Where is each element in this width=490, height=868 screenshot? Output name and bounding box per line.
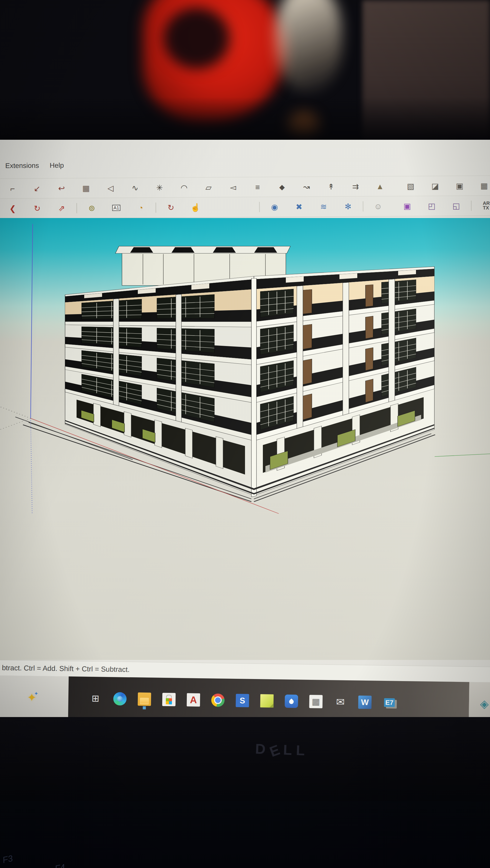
laptop-bezel: DELL bbox=[0, 717, 490, 801]
dimension-a1-icon[interactable]: A1 bbox=[110, 201, 123, 214]
blue-layers-tool-icon[interactable]: ≋ bbox=[317, 200, 330, 213]
hatch-wedge-icon[interactable]: ◪ bbox=[429, 179, 442, 192]
redo-circular-icon[interactable]: ↻ bbox=[30, 202, 44, 215]
blue-x-gear-tool-icon[interactable]: ✻ bbox=[341, 200, 354, 213]
avatar-account-icon[interactable]: ☺ bbox=[371, 200, 384, 213]
zoom-icon[interactable] bbox=[213, 201, 226, 214]
branch-arrows-tool-icon[interactable]: ↝ bbox=[300, 180, 313, 193]
viewport-canvas bbox=[0, 218, 490, 660]
ruler-pen-icon[interactable]: ⌐ bbox=[6, 182, 19, 195]
toolbar-strip-2-right: ▣◰◱AR TX◬◫⇕◧⊖◩◪↖ bbox=[395, 197, 490, 213]
menu-extensions[interactable]: Extensions bbox=[5, 162, 39, 170]
spike-tool-icon[interactable]: ↟ bbox=[324, 180, 338, 193]
toolbar-divider bbox=[77, 203, 77, 213]
laptop-screen: Extensions Help ⌐↙↩▦◁∿✳◠▱◅≡⬥↝↟⇉▲ ▧◪▣▦▩▤⫴… bbox=[0, 140, 490, 717]
copilot-sparkle-icon[interactable]: ✦✦ bbox=[27, 691, 41, 705]
component-edit-pencil-icon[interactable]: ◰ bbox=[425, 199, 438, 213]
screen-bottom-block: btract. Ctrl = Add. Shift + Ctrl = Subtr… bbox=[0, 660, 490, 717]
taskbar-active-app-segment[interactable]: ◈ bbox=[469, 682, 490, 717]
red-curve-tool-icon[interactable]: ↩ bbox=[55, 182, 68, 195]
windows-taskbar: ✦✦ ⊞AS▦✉WE7 ◈ bbox=[0, 676, 490, 717]
curves-tool-icon[interactable]: ∿ bbox=[128, 181, 142, 194]
e7-app-icon[interactable]: E7 bbox=[382, 696, 396, 709]
menu-bar: Extensions Help bbox=[0, 150, 490, 179]
pan-hand-icon[interactable]: ☝ bbox=[189, 201, 202, 214]
chisel-tool-icon[interactable]: ⬥ bbox=[276, 180, 289, 193]
sticky-notes-icon[interactable] bbox=[260, 694, 273, 708]
blue-axis bbox=[31, 224, 33, 418]
stack-tool-icon[interactable]: ≡ bbox=[251, 181, 264, 194]
f4-key-label[interactable]: F4 bbox=[54, 862, 66, 868]
word-icon[interactable]: W bbox=[358, 695, 372, 709]
toolbar-row-1: ⌐↙↩▦◁∿✳◠▱◅≡⬥↝↟⇉▲ ▧◪▣▦▩▤⫴▨◫≋▞◆T❠ bbox=[0, 176, 490, 199]
prism-tool-icon[interactable]: ◁ bbox=[104, 181, 117, 194]
orbit-icon[interactable]: ↻ bbox=[164, 201, 177, 214]
toolbar-row-2: ❮↻⇗⊚A1◔↻☝◉✖≋✻☺ ▣◰◱AR TX◬◫⇕◧⊖◩◪↖ bbox=[0, 195, 490, 219]
red-bend-tool-icon[interactable]: ↙ bbox=[30, 182, 44, 195]
toolbar-strip-left: ⌐↙↩▦◁∿✳◠▱◅≡⬥↝↟⇉▲ bbox=[0, 180, 392, 195]
blue-x-tool-icon[interactable]: ✖ bbox=[292, 200, 306, 213]
mesh-flower-tool-icon[interactable]: ✳ bbox=[153, 181, 166, 194]
dark-object-blur bbox=[163, 8, 230, 69]
toolbar-strip-2-left: ❮↻⇗⊚A1◔↻☝◉✖≋✻☺ bbox=[0, 200, 390, 215]
3d-building-model[interactable] bbox=[15, 246, 435, 502]
component-options-icon[interactable]: ▣ bbox=[400, 199, 414, 213]
plane-tool-icon[interactable]: ▱ bbox=[202, 181, 215, 194]
export-page-icon[interactable]: ⇗ bbox=[55, 202, 68, 215]
microsoft-store-icon[interactable] bbox=[162, 693, 176, 706]
terrain-color-tool-icon[interactable]: ▲ bbox=[373, 180, 387, 193]
taskbar-copilot-segment[interactable]: ✦✦ bbox=[0, 676, 69, 717]
green-axis bbox=[435, 454, 490, 457]
toolbar-strip-right: ▧◪▣▦▩▤⫴▨◫≋▞◆T❠ bbox=[398, 178, 490, 193]
toolbar-divider bbox=[471, 201, 471, 211]
dell-logo: DELL bbox=[255, 740, 309, 758]
green-axis-dotted bbox=[0, 407, 31, 418]
status-hint-text: btract. Ctrl = Add. Shift + Ctrl = Subtr… bbox=[2, 664, 129, 674]
dome-tool-icon[interactable]: ◠ bbox=[177, 181, 191, 194]
light-streak-blur bbox=[276, 0, 342, 92]
protractor-icon[interactable]: ◔ bbox=[134, 201, 147, 214]
grid-box-tool-icon[interactable]: ▦ bbox=[79, 182, 93, 195]
room-background bbox=[0, 0, 490, 153]
component-edit-cursor-icon[interactable]: ◱ bbox=[450, 199, 463, 212]
water-drop-app-icon[interactable] bbox=[285, 694, 298, 708]
gray-axis-dotted bbox=[0, 418, 31, 429]
fork-arrows-tool-icon[interactable]: ⇉ bbox=[349, 180, 362, 193]
dell-letter-l2: L bbox=[296, 742, 309, 759]
ar-tx-icon[interactable]: AR TX bbox=[480, 199, 490, 212]
hatch-slab-icon[interactable]: ▧ bbox=[404, 180, 417, 193]
laptop-keyboard-area: F3 F4 bbox=[0, 801, 490, 868]
red-chevron-partial-icon[interactable]: ❮ bbox=[6, 202, 19, 215]
photo-of-laptop: Extensions Help ⌐↙↩▦◁∿✳◠▱◅≡⬥↝↟⇉▲ ▧◪▣▦▩▤⫴… bbox=[0, 0, 490, 868]
hatch-grid-icon[interactable]: ▦ bbox=[478, 179, 490, 192]
autocad-icon[interactable]: A bbox=[187, 693, 200, 707]
wedge-tool-icon[interactable]: ◅ bbox=[226, 181, 240, 194]
taskbar-icons: ⊞AS▦✉WE7 bbox=[83, 692, 402, 709]
s-grid-app-icon[interactable]: S bbox=[236, 694, 249, 707]
mail-icon[interactable]: ✉ bbox=[334, 695, 347, 709]
menu-help[interactable]: Help bbox=[50, 161, 64, 169]
sketchup-app-icon[interactable]: ◈ bbox=[478, 697, 490, 711]
hatch-frame-icon[interactable]: ▣ bbox=[453, 179, 466, 192]
f3-key-label[interactable]: F3 bbox=[2, 853, 13, 865]
sketchup-window-chrome: Extensions Help ⌐↙↩▦◁∿✳◠▱◅≡⬥↝↟⇉▲ ▧◪▣▦▩▤⫴… bbox=[0, 140, 490, 218]
toolbar-divider bbox=[363, 201, 364, 211]
dell-letter-d: D bbox=[255, 740, 270, 757]
file-explorer-icon[interactable] bbox=[138, 692, 151, 706]
tape-measure-icon[interactable]: ⊚ bbox=[85, 202, 98, 215]
chrome-icon[interactable] bbox=[211, 693, 225, 707]
toolbar-divider bbox=[156, 203, 156, 213]
calculator-icon[interactable]: ▦ bbox=[309, 695, 323, 708]
edge-browser-icon[interactable] bbox=[113, 692, 127, 706]
zoom-extents-icon[interactable] bbox=[238, 200, 251, 214]
toolbar-divider bbox=[259, 202, 260, 212]
task-view-icon[interactable]: ⊞ bbox=[89, 692, 102, 705]
model-viewport[interactable] bbox=[0, 218, 490, 660]
blue-shield-tool-icon[interactable]: ◉ bbox=[268, 200, 281, 213]
blue-axis-dotted bbox=[31, 418, 32, 514]
